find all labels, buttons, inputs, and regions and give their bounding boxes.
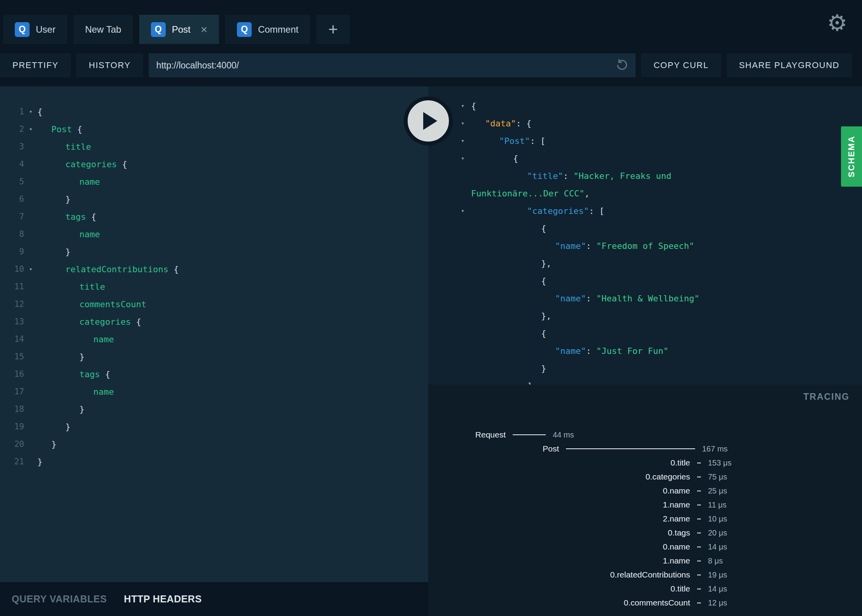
fold-toggle-icon[interactable] (461, 167, 471, 185)
query-variables-toggle[interactable]: QUERY VARIABLES (12, 593, 107, 605)
tab-new-tab[interactable]: New Tab (74, 15, 133, 44)
http-headers-toggle[interactable]: HTTP HEADERS (124, 593, 202, 605)
fold-toggle-icon[interactable] (24, 383, 37, 401)
prettify-button[interactable]: PRETTIFY (0, 53, 71, 77)
code-text: title (37, 138, 91, 156)
fold-toggle-icon[interactable] (24, 191, 37, 208)
response-text: ] (471, 377, 532, 385)
code-line: 10 ▾ relatedContributions { (0, 261, 428, 278)
fold-toggle-icon[interactable]: ▾ (461, 202, 471, 220)
code-segment: : (586, 294, 596, 303)
fold-toggle-icon[interactable] (461, 342, 471, 360)
code-segment: relatedContributions (65, 264, 173, 274)
code-line: 20 } (0, 436, 428, 453)
response-line: }, (461, 255, 854, 272)
fold-toggle-icon[interactable]: ▾ (24, 121, 37, 138)
reload-icon[interactable] (615, 59, 629, 72)
tab-comment[interactable]: Q Comment (225, 15, 310, 44)
fold-toggle-icon[interactable] (24, 226, 37, 243)
fold-toggle-icon[interactable] (461, 325, 471, 342)
response-text: "name": "Health & Wellbeing" (471, 290, 699, 307)
trace-time: 11 μs (708, 500, 755, 509)
new-tab-button[interactable]: + (316, 15, 350, 44)
trace-duration-bar (697, 546, 701, 548)
fold-toggle-icon[interactable] (24, 156, 37, 173)
copy-curl-button[interactable]: COPY CURL (641, 53, 721, 77)
fold-toggle-icon[interactable] (461, 307, 471, 325)
fold-toggle-icon[interactable] (24, 366, 37, 383)
fold-toggle-icon[interactable] (461, 255, 471, 272)
code-segment: { (541, 329, 546, 338)
code-line: 18 } (0, 401, 428, 418)
code-text: } (37, 453, 42, 471)
code-line: 11 title (0, 278, 428, 296)
query-editor-pane[interactable]: 1 ▾ { 2 ▾ Post { 3 title 4 categories { … (0, 86, 428, 582)
fold-toggle-icon[interactable]: ▾ (461, 115, 471, 132)
line-number: 11 (0, 278, 24, 296)
fold-toggle-icon[interactable] (24, 208, 37, 226)
trace-label: 2.name (663, 514, 690, 523)
code-text: { (37, 103, 42, 121)
execute-query-button[interactable] (404, 96, 453, 145)
fold-toggle-icon[interactable]: ▾ (461, 150, 471, 167)
fold-toggle-icon[interactable] (24, 453, 37, 471)
fold-toggle-icon[interactable] (461, 360, 471, 377)
fold-toggle-icon[interactable]: ▾ (461, 97, 471, 115)
fold-toggle-icon[interactable] (24, 331, 37, 348)
fold-toggle-icon[interactable] (24, 436, 37, 453)
code-segment: ] (527, 381, 532, 385)
line-number: 4 (0, 156, 24, 173)
fold-toggle-icon[interactable] (24, 296, 37, 313)
trace-label: 0.name (663, 486, 690, 495)
fold-toggle-icon[interactable] (24, 173, 37, 191)
code-segment: } (65, 247, 70, 257)
url-input[interactable] (156, 60, 611, 71)
query-editor[interactable]: 1 ▾ { 2 ▾ Post { 3 title 4 categories { … (0, 86, 428, 471)
fold-toggle-icon[interactable] (24, 243, 37, 261)
fold-toggle-icon[interactable] (24, 348, 37, 366)
code-segment: name (93, 334, 114, 344)
code-segment: "name" (555, 241, 586, 251)
fold-toggle-icon[interactable]: ▾ (24, 103, 37, 121)
tab-user[interactable]: Q User (3, 15, 67, 44)
trace-duration-bar (697, 476, 701, 478)
code-text: name (37, 173, 100, 191)
fold-toggle-icon[interactable] (461, 272, 471, 290)
fold-toggle-icon[interactable] (24, 401, 37, 418)
share-playground-button[interactable]: SHARE PLAYGROUND (727, 53, 852, 77)
trace-time: 44 ms (553, 430, 599, 439)
trace-label: 0.tags (668, 528, 690, 537)
fold-toggle-icon[interactable] (461, 237, 471, 255)
code-segment: title (79, 282, 105, 292)
tab-post[interactable]: Q Post × (139, 15, 219, 44)
close-tab-icon[interactable]: × (201, 24, 208, 35)
code-segment: : [ (530, 136, 545, 146)
code-line: 9 } (0, 243, 428, 261)
fold-toggle-icon[interactable] (461, 290, 471, 307)
code-segment: "Post" (499, 136, 530, 146)
trace-row: Post 167 ms (428, 442, 749, 456)
history-button[interactable]: HISTORY (76, 53, 143, 77)
fold-toggle-icon[interactable] (24, 313, 37, 331)
response-line: { (461, 272, 854, 290)
response-line: ] (461, 377, 854, 385)
trace-label: 1.name (663, 500, 690, 509)
fold-toggle-icon[interactable] (24, 138, 37, 156)
fold-toggle-icon[interactable]: ▾ (461, 132, 471, 150)
response-text: { (471, 220, 546, 237)
trace-row: 0.relatedContributions 19 μs (428, 568, 755, 582)
fold-toggle-icon[interactable] (461, 185, 471, 202)
trace-row: 0.commentsCount 12 μs (428, 596, 755, 610)
settings-gear-icon[interactable]: ⚙ (827, 12, 847, 34)
schema-tab[interactable]: SCHEMA (841, 126, 862, 187)
fold-toggle-icon[interactable] (461, 377, 471, 385)
fold-toggle-icon[interactable] (461, 220, 471, 237)
code-line: 12 commentsCount (0, 296, 428, 313)
fold-toggle-icon[interactable] (24, 418, 37, 436)
code-segment: { (541, 276, 546, 286)
query-icon: Q (237, 22, 252, 37)
fold-toggle-icon[interactable] (24, 278, 37, 296)
code-segment: , (584, 189, 589, 198)
fold-toggle-icon[interactable]: ▾ (24, 261, 37, 278)
code-text: name (37, 383, 114, 401)
